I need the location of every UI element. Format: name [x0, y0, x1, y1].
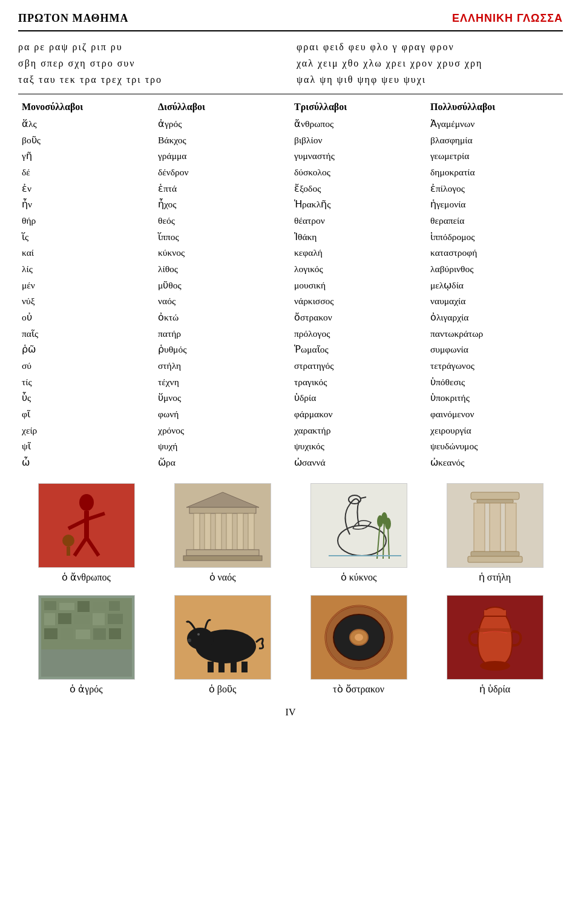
svg-line-2	[68, 519, 87, 529]
vocab-item: νάρκισσος	[294, 293, 423, 310]
svg-point-6	[62, 535, 74, 547]
svg-line-23	[388, 525, 389, 559]
hydria-svg	[465, 598, 525, 677]
svg-line-22	[383, 519, 384, 559]
vocab-item: στήλη	[158, 358, 287, 374]
divider	[18, 94, 563, 94]
image-caption-kyknos: ὁ κύκνος	[298, 571, 419, 583]
svg-point-53	[187, 628, 214, 649]
syllable-right: φραι φειδ φευ φλο γ φραγ φρον χαλ χειμ χ…	[297, 39, 563, 88]
vocab-item: ἡγεμονία	[430, 197, 559, 213]
vocab-item: λίθος	[158, 261, 287, 278]
vocab-item: τέχνη	[158, 374, 287, 391]
vocab-item: δέ	[22, 164, 151, 181]
vocab-item: παντωκράτωρ	[430, 326, 559, 342]
vocab-item: ὦ	[22, 455, 151, 471]
vocab-item: Ἀγαμέμνων	[430, 116, 559, 132]
syllable-row-4: φραι φειδ φευ φλο γ φραγ φρον	[297, 39, 563, 55]
syllable-row-6: ψαλ ψη ψιθ ψηφ ψευ ψυχι	[297, 71, 563, 88]
svg-rect-31	[490, 503, 501, 551]
image-stele-art	[447, 483, 543, 568]
vocab-item: τραγικός	[294, 374, 423, 391]
vocab-item: δημοκρατία	[430, 164, 559, 181]
vocab-item: Ἰθάκη	[294, 229, 423, 246]
vocab-item: χαρακτήρ	[294, 423, 423, 439]
svg-rect-57	[241, 662, 248, 672]
vocab-item: δύσκολος	[294, 164, 423, 181]
svg-rect-30	[474, 503, 485, 551]
svg-rect-9	[189, 507, 256, 513]
vocab-item: ἵππος	[158, 229, 287, 246]
vocab-item: ῥῶ	[22, 342, 151, 358]
image-naos: ὁ ναός	[162, 483, 283, 583]
vocab-item: ψευδώνυμος	[430, 438, 559, 455]
svg-rect-46	[44, 628, 57, 639]
vocab-item: ἔξοδος	[294, 181, 423, 197]
vocab-item: μέν	[22, 278, 151, 294]
vocab-item: ἵς	[22, 229, 151, 246]
svg-rect-29	[477, 499, 513, 503]
vocab-item: βοῦς	[22, 132, 151, 149]
svg-line-3	[87, 513, 105, 519]
svg-rect-32	[505, 503, 516, 551]
images-row-2: ὁ ἀγρός	[18, 595, 563, 695]
bous-svg	[177, 601, 268, 674]
svg-rect-37	[59, 603, 74, 610]
vocab-item: μελῳδία	[430, 278, 559, 294]
syllable-row-1: ρα ρε ραψ ριζ ριπ ρυ	[18, 39, 284, 55]
vocab-item: ναυμαχία	[430, 293, 559, 310]
image-bous: ὁ βοῦς	[162, 595, 283, 695]
svg-rect-11	[205, 513, 211, 550]
vocab-item: ὗς	[22, 390, 151, 406]
vocab-item: βιβλίον	[294, 132, 423, 149]
svg-rect-47	[61, 628, 73, 640]
image-stele: ἡ στήλη	[435, 483, 556, 583]
vocab-item: ἦχος	[158, 197, 287, 213]
vocab-item: καταστροφή	[430, 245, 559, 261]
svg-rect-39	[93, 602, 106, 611]
vocab-item: λίς	[22, 261, 151, 278]
svg-rect-43	[74, 615, 90, 624]
svg-rect-49	[93, 628, 106, 640]
vocab-item: λαβύρινθος	[430, 261, 559, 278]
vocab-item: πατήρ	[158, 326, 287, 342]
svg-rect-10	[194, 513, 200, 550]
naos-svg	[180, 489, 265, 562]
svg-point-68	[480, 661, 510, 671]
svg-rect-15	[248, 513, 254, 550]
vocab-item: ἑπτά	[158, 181, 287, 197]
vocab-item: ὑπόθεσις	[430, 374, 559, 391]
vocab-item: οὐ	[22, 310, 151, 326]
vocab-item: ἱππόδρομος	[430, 229, 559, 246]
vocab-item: φάρμακον	[294, 406, 423, 423]
svg-rect-40	[109, 601, 120, 611]
svg-point-63	[355, 634, 363, 641]
vocab-item: χρόνος	[158, 423, 287, 439]
svg-rect-33	[471, 551, 519, 556]
anthropos-svg	[50, 489, 123, 562]
svg-rect-13	[226, 513, 232, 550]
vocab-col-header-3: Τρισύλλαβοι	[294, 102, 423, 114]
svg-rect-34	[468, 556, 522, 562]
vocab-item: παῖς	[22, 326, 151, 342]
image-kyknos: ὁ κύκνος	[298, 483, 419, 583]
vocab-item: γυμναστής	[294, 148, 423, 164]
image-caption-naos: ὁ ναός	[162, 571, 283, 583]
vocab-item: ἀγρός	[158, 116, 287, 132]
vocab-item: ψυχή	[158, 438, 287, 455]
vocab-grid: Μονοσύλλαβοι ἅλς βοῦς γῆ δέ ἐν ἦν θήρ ἵς…	[18, 102, 563, 470]
vocab-item: ἄνθρωπος	[294, 116, 423, 132]
svg-point-0	[79, 494, 94, 511]
vocab-col-header-4: Πολλυσύλλαβοι	[430, 102, 559, 114]
vocab-col-monosyllaboi: Μονοσύλλαβοι ἅλς βοῦς γῆ δέ ἐν ἦν θήρ ἵς…	[18, 102, 154, 470]
vocab-item: μῦθος	[158, 278, 287, 294]
kyknos-svg	[317, 486, 401, 565]
page-title: ΠΡΩΤΟΝ ΜΑΘΗΜΑ	[18, 12, 129, 25]
vocab-item: ὀλιγαρχία	[430, 310, 559, 326]
image-agros-art	[38, 595, 135, 680]
svg-rect-14	[237, 513, 243, 550]
image-caption-hydria: ἡ ὑδρία	[435, 683, 556, 695]
image-anthropos: ὁ ἄνθρωπος	[26, 483, 147, 583]
vocab-item: θήρ	[22, 213, 151, 229]
vocab-section: Μονοσύλλαβοι ἅλς βοῦς γῆ δέ ἐν ἦν θήρ ἵς…	[18, 102, 563, 470]
